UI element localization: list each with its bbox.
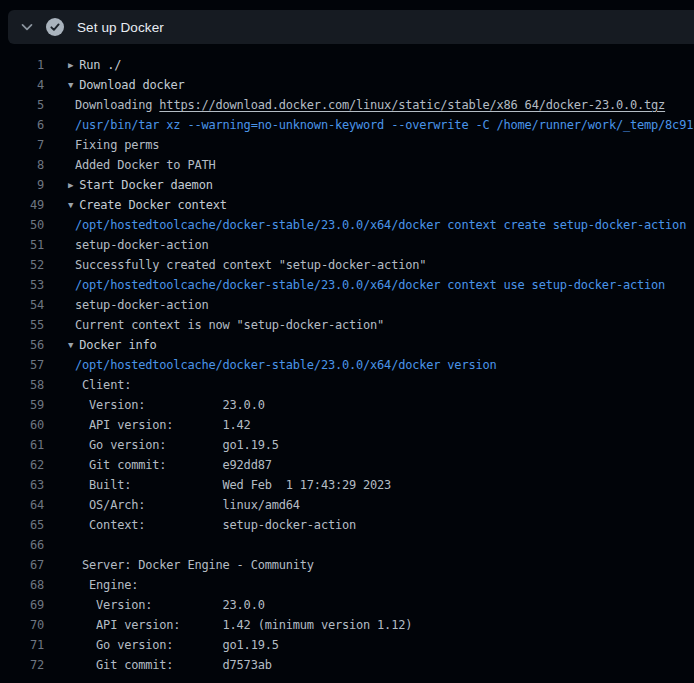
line-number[interactable]: 59	[0, 395, 44, 415]
log-row: 64 OS/Arch: linux/amd64	[0, 495, 694, 515]
log-row: 56▼Docker info	[0, 335, 694, 355]
log-row: 53 /opt/hostedtoolcache/docker-stable/23…	[0, 275, 694, 295]
line-number[interactable]: 9	[0, 175, 44, 195]
log-text: Git commit: d7573ab	[68, 655, 272, 675]
log-group-header[interactable]: ▼Docker info	[68, 335, 157, 356]
log-text: OS/Arch: linux/amd64	[68, 495, 300, 515]
log-group-header[interactable]: ▶Run ./	[68, 55, 121, 76]
triangle-right-icon[interactable]: ▶	[68, 175, 79, 195]
line-number[interactable]: 66	[0, 535, 44, 555]
log-container: 1▶Run ./4▼Download docker5 Downloading h…	[0, 55, 694, 675]
line-number[interactable]: 64	[0, 495, 44, 515]
log-row: 49▼Create Docker context	[0, 195, 694, 215]
line-number[interactable]: 61	[0, 435, 44, 455]
line-number[interactable]: 72	[0, 655, 44, 675]
log-text: Context: setup-docker-action	[68, 515, 356, 535]
line-number[interactable]: 69	[0, 595, 44, 615]
line-number[interactable]: 51	[0, 235, 44, 255]
log-text: API version: 1.42	[68, 415, 251, 435]
log-text: Git commit: e92dd87	[68, 455, 272, 475]
log-group-label: Create Docker context	[79, 198, 227, 212]
log-row: 66	[0, 535, 694, 555]
step-title: Set up Docker	[77, 20, 164, 35]
log-group-header[interactable]: ▶Start Docker daemon	[68, 175, 213, 196]
triangle-down-icon[interactable]: ▼	[68, 75, 79, 95]
line-number[interactable]: 68	[0, 575, 44, 595]
log-row: 50 /opt/hostedtoolcache/docker-stable/23…	[0, 215, 694, 235]
log-text: Downloading https://download.docker.com/…	[68, 95, 665, 115]
log-group-header[interactable]: ▼Create Docker context	[68, 195, 227, 216]
line-number[interactable]: 57	[0, 355, 44, 375]
log-row: 52 Successfully created context "setup-d…	[0, 255, 694, 275]
log-row: 62 Git commit: e92dd87	[0, 455, 694, 475]
chevron-down-icon[interactable]	[19, 19, 35, 35]
line-number[interactable]: 53	[0, 275, 44, 295]
log-row: 1▶Run ./	[0, 55, 694, 75]
log-text: Client:	[68, 375, 131, 395]
line-number[interactable]: 50	[0, 215, 44, 235]
line-number[interactable]: 65	[0, 515, 44, 535]
log-text: API version: 1.42 (minimum version 1.12)	[68, 615, 412, 635]
log-row: 58 Client:	[0, 375, 694, 395]
check-circle-icon	[46, 18, 64, 36]
log-group-label: Run ./	[79, 58, 121, 72]
line-number[interactable]: 62	[0, 455, 44, 475]
log-text: Server: Docker Engine - Community	[68, 555, 314, 575]
step-header[interactable]: Set up Docker	[8, 10, 694, 44]
line-number[interactable]: 52	[0, 255, 44, 275]
log-row: 54 setup-docker-action	[0, 295, 694, 315]
log-group-label: Docker info	[79, 338, 156, 352]
log-row: 7 Fixing perms	[0, 135, 694, 155]
line-number[interactable]: 70	[0, 615, 44, 635]
log-text: Engine:	[68, 575, 138, 595]
log-row: 51 setup-docker-action	[0, 235, 694, 255]
log-text: Successfully created context "setup-dock…	[68, 255, 426, 275]
log-row: 9▶Start Docker daemon	[0, 175, 694, 195]
line-number[interactable]: 71	[0, 635, 44, 655]
line-number[interactable]: 67	[0, 555, 44, 575]
log-row: 59 Version: 23.0.0	[0, 395, 694, 415]
log-row: 60 API version: 1.42	[0, 415, 694, 435]
log-row: 71 Go version: go1.19.5	[0, 635, 694, 655]
triangle-right-icon[interactable]: ▶	[68, 55, 79, 75]
line-number[interactable]: 54	[0, 295, 44, 315]
log-row: 69 Version: 23.0.0	[0, 595, 694, 615]
line-number[interactable]: 8	[0, 155, 44, 175]
line-number[interactable]: 55	[0, 315, 44, 335]
log-text: setup-docker-action	[68, 295, 209, 315]
log-row: 8 Added Docker to PATH	[0, 155, 694, 175]
log-group-label: Start Docker daemon	[79, 178, 212, 192]
line-number[interactable]: 5	[0, 95, 44, 115]
log-row: 4▼Download docker	[0, 75, 694, 95]
log-text: Go version: go1.19.5	[68, 435, 279, 455]
log-row: 57 /opt/hostedtoolcache/docker-stable/23…	[0, 355, 694, 375]
log-row: 65 Context: setup-docker-action	[0, 515, 694, 535]
log-command-text: /opt/hostedtoolcache/docker-stable/23.0.…	[68, 355, 497, 375]
triangle-down-icon[interactable]: ▼	[68, 195, 79, 215]
log-text: Added Docker to PATH	[68, 155, 216, 175]
log-row: 55 Current context is now "setup-docker-…	[0, 315, 694, 335]
log-row: 6 /usr/bin/tar xz --warning=no-unknown-k…	[0, 115, 694, 135]
log-text: setup-docker-action	[68, 235, 209, 255]
line-number[interactable]: 49	[0, 195, 44, 215]
line-number[interactable]: 56	[0, 335, 44, 355]
log-command-text: /opt/hostedtoolcache/docker-stable/23.0.…	[68, 275, 665, 295]
line-number[interactable]: 60	[0, 415, 44, 435]
line-number[interactable]: 6	[0, 115, 44, 135]
line-number[interactable]: 7	[0, 135, 44, 155]
log-command-text: /opt/hostedtoolcache/docker-stable/23.0.…	[68, 215, 686, 235]
download-url-link[interactable]: https://download.docker.com/linux/static…	[159, 98, 665, 112]
line-number[interactable]: 4	[0, 75, 44, 95]
line-number[interactable]: 63	[0, 475, 44, 495]
log-text: Fixing perms	[68, 135, 159, 155]
log-text: Version: 23.0.0	[68, 395, 265, 415]
log-row: 68 Engine:	[0, 575, 694, 595]
log-group-header[interactable]: ▼Download docker	[68, 75, 185, 96]
line-number[interactable]: 58	[0, 375, 44, 395]
log-row: 61 Go version: go1.19.5	[0, 435, 694, 455]
log-text: Version: 23.0.0	[68, 595, 265, 615]
triangle-down-icon[interactable]: ▼	[68, 335, 79, 355]
log-row: 5 Downloading https://download.docker.co…	[0, 95, 694, 115]
log-row: 70 API version: 1.42 (minimum version 1.…	[0, 615, 694, 635]
line-number[interactable]: 1	[0, 55, 44, 75]
